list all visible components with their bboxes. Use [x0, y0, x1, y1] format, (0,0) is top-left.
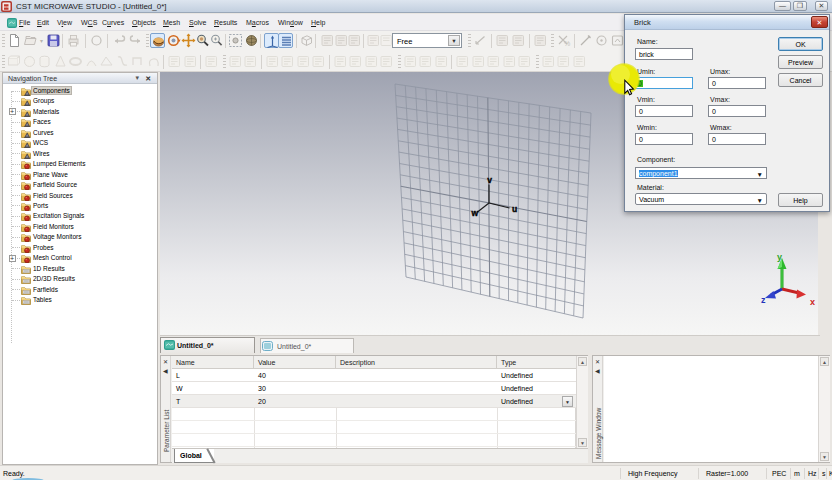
svg-text:%: %	[564, 40, 570, 47]
svg-text:x: x	[810, 297, 815, 307]
svg-text:u: u	[512, 204, 517, 214]
svg-text:y: y	[777, 252, 782, 262]
svg-text:w: w	[471, 208, 479, 218]
svg-text:v: v	[487, 175, 492, 185]
svg-text:z: z	[761, 295, 766, 305]
